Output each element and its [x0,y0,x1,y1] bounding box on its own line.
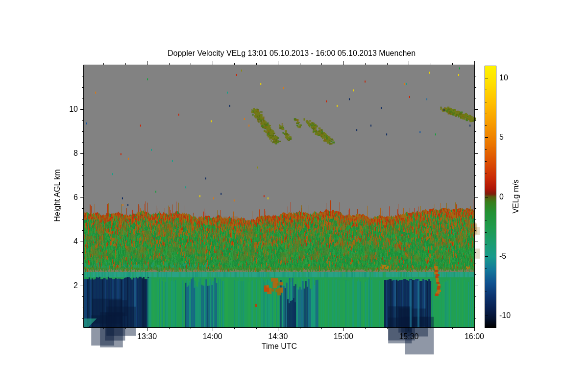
y-tick-label: 2 [56,281,78,290]
doppler-velocity-figure: Doppler Velocity VELg 13:01 05.10.2013 -… [0,0,588,392]
y-tick-label: 8 [56,149,78,158]
colorbar-title: VELg m/s [512,157,520,236]
x-tick-label: 16:00 [459,332,490,341]
chart-title: Doppler Velocity VELg 13:01 05.10.2013 -… [96,49,488,58]
cb-tick-label: 0 [499,193,504,201]
y-tick-label: 6 [56,193,78,202]
x-tick-label: 15:00 [328,332,359,341]
cb-tick-label: 10 [499,74,508,82]
cb-tick-label: 5 [499,133,504,142]
cb-tick-label: -5 [499,252,506,261]
x-tick-label: 13:30 [131,332,163,341]
x-axis-title: Time UTC [230,342,328,351]
x-tick-label: 14:00 [197,332,228,341]
y-tick-label: 4 [56,237,78,246]
y-tick-label: 10 [56,105,78,114]
cb-tick-label: -10 [499,311,511,320]
x-tick-label: 14:30 [262,332,294,341]
x-tick-label: 15:30 [393,332,424,341]
